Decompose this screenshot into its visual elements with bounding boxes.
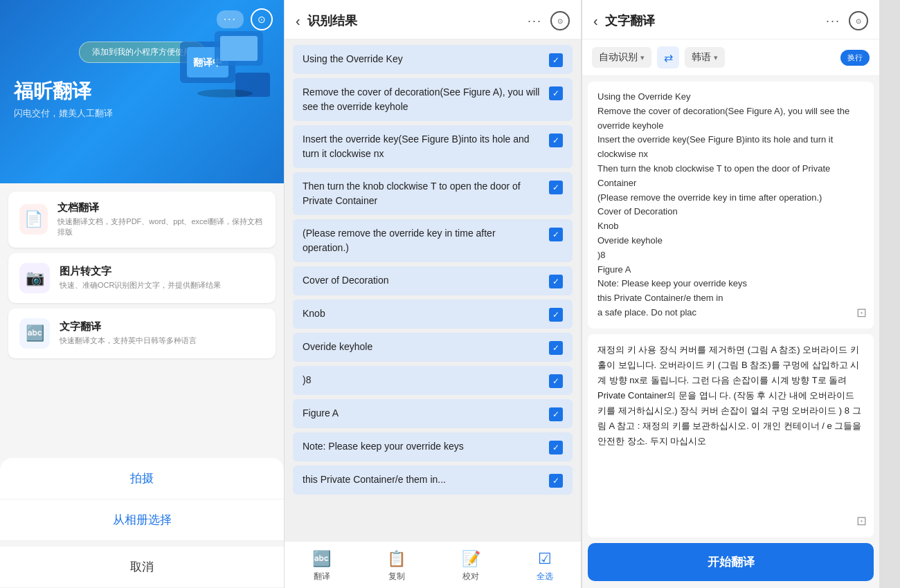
ocr-item[interactable]: Cover of Decoration: [293, 266, 573, 295]
ocr-item[interactable]: Using the Override Key: [293, 45, 573, 74]
copy-label: 复制: [388, 571, 405, 582]
action-album[interactable]: 从相册选择: [0, 499, 284, 541]
ocr-item-checkbox[interactable]: [549, 228, 563, 241]
feature-icon-doc: 📄: [19, 204, 48, 235]
ocr-item-checkbox[interactable]: [549, 181, 563, 194]
hero-dots-menu[interactable]: ···: [217, 10, 244, 28]
ocr-item-text: )8: [303, 373, 542, 387]
ocr-item[interactable]: Note: Please keep your override keys: [293, 432, 573, 461]
translate-label: 翻译: [314, 571, 330, 582]
ocr-item[interactable]: )8: [293, 366, 573, 395]
result-copy-icon[interactable]: ⊡: [856, 511, 867, 532]
trans-title: 文字翻译: [605, 12, 655, 29]
feature-icon-text: 🔤: [19, 318, 50, 349]
feature-name-doc: 文档翻译: [57, 201, 264, 214]
source-lang-arrow: ▾: [640, 53, 645, 62]
svg-point-6: [197, 89, 253, 98]
ocr-header-right: ··· ⊙: [528, 11, 570, 30]
ocr-item-text: Cover of Decoration: [303, 273, 542, 288]
ocr-item[interactable]: Then turn the knob clockwise T to open t…: [293, 172, 573, 215]
target-lang-arrow: ▾: [714, 53, 718, 62]
ocr-item-text: this Private Container/e them in...: [303, 472, 542, 487]
ocr-list: Using the Override KeyRemove the cover o…: [285, 39, 581, 541]
ocr-item[interactable]: Knob: [293, 300, 573, 329]
action-shoot[interactable]: 拍摄: [0, 458, 284, 499]
ocr-item-text: Note: Please keep your override keys: [303, 439, 542, 454]
hero-illustration: 翻译中: [166, 28, 277, 107]
ocr-item-text: Then turn the knob clockwise T to open t…: [303, 179, 542, 208]
footer-btn-proofread[interactable]: 📝 校对: [462, 550, 480, 582]
ocr-item-checkbox[interactable]: [549, 275, 563, 288]
ocr-item-text: Insert the override key(See Figure B)int…: [303, 132, 542, 161]
action-sheet: 拍摄 从相册选择 取消: [0, 458, 284, 588]
ocr-item-checkbox[interactable]: [549, 86, 563, 100]
ocr-item-checkbox[interactable]: [549, 341, 563, 355]
feature-text-text: 文字翻译 快速翻译文本，支持英中日韩等多种语言: [60, 320, 197, 346]
app-title: 福昕翻译: [14, 80, 91, 103]
lang-bar: 自动识别 ▾ ⇄ 韩语 ▾ 换行: [582, 39, 879, 76]
ocr-item-text: Figure A: [303, 406, 542, 421]
ocr-item-text: Knob: [303, 306, 542, 321]
panel-app: ··· ⊙ 添加到我的小程序方便使用 翻译中 福昕翻译 闪电交付，媲美人工翻译 …: [0, 0, 284, 588]
ocr-footer: 🔤 翻译 📋 复制 📝 校对 ☑ 全选: [285, 541, 581, 588]
copy-icon: 📋: [387, 550, 406, 568]
trans-header-right: ··· ⊙: [826, 11, 868, 30]
trans-dots-menu[interactable]: ···: [826, 14, 840, 28]
target-lang-select[interactable]: 韩语 ▾: [685, 47, 725, 68]
source-text: Using the Override KeyRemove the cover o…: [597, 91, 849, 318]
panel-ocr: ‹ 识别结果 ··· ⊙ Using the Override KeyRemov…: [284, 0, 582, 588]
feature-desc-ocr: 快速、准确OCR识别图片文字，并提供翻译结果: [60, 280, 221, 291]
trans-back-button[interactable]: ‹: [593, 13, 598, 29]
trans-header: ‹ 文字翻译 ··· ⊙: [582, 0, 879, 39]
line-break-toggle[interactable]: 换行: [840, 50, 870, 66]
swap-lang-button[interactable]: ⇄: [657, 46, 679, 68]
ocr-title: 识别结果: [307, 12, 357, 29]
source-lang-label: 自动识别: [599, 51, 638, 64]
ocr-item-checkbox[interactable]: [549, 374, 563, 388]
ocr-header-left: ‹ 识别结果: [296, 12, 357, 29]
ocr-item-text: (Please remove the override key in time …: [303, 226, 542, 255]
source-copy-icon[interactable]: ⊡: [856, 303, 867, 323]
proofread-label: 校对: [462, 571, 479, 582]
app-subtitle: 闪电交付，媲美人工翻译: [14, 107, 113, 120]
footer-btn-copy[interactable]: 📋 复制: [387, 550, 406, 582]
feature-name-ocr: 图片转文字: [60, 265, 221, 278]
target-lang-label: 韩语: [692, 51, 711, 64]
ocr-item[interactable]: Insert the override key(See Figure B)int…: [293, 125, 573, 168]
ocr-item-text: Overide keyhole: [303, 340, 542, 354]
ocr-dots-menu[interactable]: ···: [528, 14, 542, 28]
ocr-header: ‹ 识别结果 ··· ⊙: [285, 0, 581, 39]
ocr-item[interactable]: Overide keyhole: [293, 333, 573, 362]
footer-btn-select-all[interactable]: ☑ 全选: [537, 550, 553, 582]
feature-item-doc[interactable]: 📄 文档翻译 快速翻译文档，支持PDF、word、ppt、excel翻译，保持文…: [8, 192, 276, 248]
start-translate-button[interactable]: 开始翻译: [588, 543, 874, 581]
ocr-item[interactable]: this Private Container/e them in...: [293, 466, 573, 495]
translate-icon: 🔤: [312, 550, 331, 568]
result-text: 재정의 키 사용 장식 커버를 제거하면 (그림 A 참조) 오버라이드 키홀이…: [597, 344, 861, 447]
ocr-item-checkbox[interactable]: [549, 308, 563, 322]
ocr-item[interactable]: Remove the cover of decoration(See Figur…: [293, 78, 573, 121]
feature-name-text: 文字翻译: [60, 320, 197, 333]
select-all-label: 全选: [537, 571, 553, 582]
ocr-item[interactable]: (Please remove the override key in time …: [293, 219, 573, 262]
trans-header-left: ‹ 文字翻译: [593, 12, 655, 29]
trans-target-icon[interactable]: ⊙: [849, 11, 868, 30]
feature-item-ocr[interactable]: 📷 图片转文字 快速、准确OCR识别图片文字，并提供翻译结果: [8, 253, 276, 303]
ocr-item-checkbox[interactable]: [549, 441, 563, 454]
ocr-item-text: Using the Override Key: [303, 52, 542, 66]
ocr-item-checkbox[interactable]: [549, 474, 563, 488]
feature-text-ocr: 图片转文字 快速、准确OCR识别图片文字，并提供翻译结果: [60, 265, 221, 291]
trans-result-box: 재정의 키 사용 장식 커버를 제거하면 (그림 A 참조) 오버라이드 키홀이…: [588, 334, 874, 538]
source-lang-select[interactable]: 自动识别 ▾: [592, 47, 651, 68]
action-cancel[interactable]: 取消: [0, 546, 284, 588]
ocr-item[interactable]: Figure A: [293, 399, 573, 428]
ocr-item-checkbox[interactable]: [549, 407, 563, 421]
ocr-back-button[interactable]: ‹: [296, 13, 300, 29]
ocr-target-icon[interactable]: ⊙: [550, 11, 570, 30]
app-hero: ··· ⊙ 添加到我的小程序方便使用 翻译中 福昕翻译 闪电交付，媲美人工翻译: [0, 0, 284, 183]
ocr-item-checkbox[interactable]: [549, 134, 563, 147]
footer-btn-translate[interactable]: 🔤 翻译: [312, 550, 331, 582]
feature-icon-ocr: 📷: [19, 263, 50, 293]
ocr-item-checkbox[interactable]: [549, 53, 563, 67]
feature-item-text[interactable]: 🔤 文字翻译 快速翻译文本，支持英中日韩等多种语言: [8, 309, 276, 358]
